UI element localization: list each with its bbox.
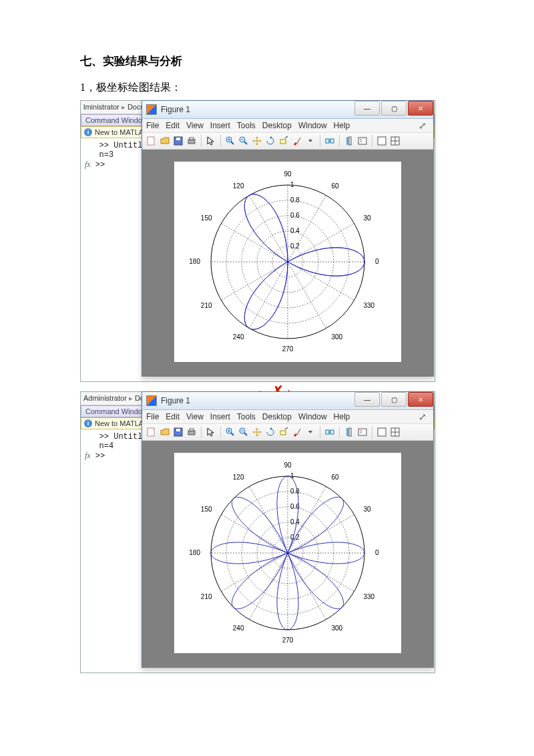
new-subplot-icon[interactable] bbox=[376, 427, 387, 437]
pointer-icon[interactable] bbox=[206, 136, 216, 146]
svg-text:150: 150 bbox=[201, 214, 212, 222]
separator bbox=[320, 426, 320, 438]
save-icon[interactable] bbox=[173, 427, 184, 437]
insert-colorbar-icon[interactable] bbox=[344, 136, 354, 146]
svg-text:0: 0 bbox=[375, 258, 379, 265]
menubar: FileEditViewInsertToolsDesktopWindowHelp… bbox=[142, 410, 433, 424]
zoom-in-icon[interactable] bbox=[225, 427, 236, 437]
menu-file[interactable]: File bbox=[146, 412, 159, 421]
info-icon: i bbox=[84, 128, 92, 136]
zoom-in-icon[interactable] bbox=[225, 136, 236, 146]
close-button[interactable]: ✕ bbox=[408, 392, 433, 407]
svg-text:0.2: 0.2 bbox=[290, 242, 300, 250]
close-button[interactable]: ✕ bbox=[408, 101, 433, 116]
zoom-out-icon[interactable] bbox=[238, 427, 249, 437]
svg-text:60: 60 bbox=[332, 474, 340, 481]
titlebar[interactable]: Figure 1 — ▢ ✕ bbox=[142, 392, 433, 410]
separator bbox=[201, 135, 202, 147]
matlab-icon bbox=[146, 395, 157, 406]
rotate-icon[interactable] bbox=[265, 136, 276, 146]
menu-insert[interactable]: Insert bbox=[210, 121, 230, 130]
menu-tools[interactable]: Tools bbox=[237, 412, 256, 421]
maximize-button[interactable]: ▢ bbox=[381, 101, 407, 116]
datacursor-icon[interactable] bbox=[278, 136, 289, 146]
menu-desktop[interactable]: Desktop bbox=[262, 412, 292, 421]
dock-icon[interactable]: ⤢ bbox=[419, 411, 429, 422]
insert-legend-icon[interactable] bbox=[357, 136, 368, 146]
minimize-button[interactable]: — bbox=[354, 392, 380, 407]
plot-area: 03060901201501802102402703003300.20.40.6… bbox=[142, 441, 433, 668]
svg-text:330: 330 bbox=[363, 302, 374, 309]
section-heading: 七、实验结果与分析 bbox=[80, 53, 454, 69]
fx-icon: fx bbox=[85, 160, 91, 169]
insert-colorbar-icon[interactable] bbox=[344, 427, 354, 437]
dock-icon[interactable]: ⤢ bbox=[419, 120, 429, 131]
separator bbox=[220, 135, 221, 147]
document-page: 七、实验结果与分析 1，极坐标绘图结果： lministrator ▸ Docu… bbox=[0, 0, 534, 712]
svg-rect-64 bbox=[188, 431, 195, 435]
print-icon[interactable] bbox=[186, 136, 197, 146]
new-subplot-icon[interactable] bbox=[376, 136, 387, 146]
maximize-button[interactable]: ▢ bbox=[381, 392, 407, 407]
menu-edit[interactable]: Edit bbox=[166, 412, 180, 421]
svg-rect-20 bbox=[358, 138, 366, 144]
svg-rect-2 bbox=[176, 138, 180, 140]
polar-axes: 03060901201501802102402703003300.20.40.6… bbox=[174, 162, 401, 362]
open-icon[interactable] bbox=[160, 427, 170, 437]
brush-icon[interactable] bbox=[292, 136, 302, 146]
section-sub: 1，极坐标绘图结果： bbox=[80, 81, 454, 95]
menu-edit[interactable]: Edit bbox=[166, 121, 180, 130]
new-icon[interactable] bbox=[146, 427, 157, 437]
insert-legend-icon[interactable] bbox=[357, 427, 368, 437]
grid-subplot-icon[interactable] bbox=[390, 427, 400, 437]
svg-rect-3 bbox=[188, 140, 195, 144]
menu-help[interactable]: Help bbox=[334, 412, 350, 421]
open-icon[interactable] bbox=[160, 136, 170, 146]
svg-line-13 bbox=[285, 136, 288, 138]
svg-text:270: 270 bbox=[282, 636, 294, 644]
svg-line-67 bbox=[231, 433, 234, 435]
pointer-icon[interactable] bbox=[206, 427, 216, 437]
svg-rect-19 bbox=[349, 137, 351, 145]
pan-icon[interactable] bbox=[252, 136, 262, 146]
svg-line-37 bbox=[221, 224, 288, 262]
menu-view[interactable]: View bbox=[186, 412, 204, 421]
brush-icon[interactable] bbox=[292, 427, 302, 437]
minimize-button[interactable]: — bbox=[354, 101, 380, 116]
menu-window[interactable]: Window bbox=[298, 412, 327, 421]
rotate-icon[interactable] bbox=[265, 427, 276, 437]
breadcrumb-part[interactable]: Administrator bbox=[83, 394, 127, 402]
svg-text:90: 90 bbox=[284, 170, 292, 178]
svg-text:270: 270 bbox=[282, 345, 294, 353]
menu-window[interactable]: Window bbox=[298, 121, 327, 130]
svg-line-74 bbox=[285, 427, 288, 429]
breadcrumb-part[interactable]: lministrator bbox=[83, 103, 119, 111]
dropdown-icon[interactable] bbox=[305, 427, 316, 437]
pan-icon[interactable] bbox=[252, 427, 262, 437]
menu-help[interactable]: Help bbox=[334, 121, 350, 130]
svg-text:120: 120 bbox=[233, 474, 244, 481]
zoom-out-icon[interactable] bbox=[238, 136, 249, 146]
svg-line-6 bbox=[231, 142, 234, 144]
separator bbox=[201, 426, 202, 438]
titlebar[interactable]: Figure 1 — ▢ ✕ bbox=[142, 101, 433, 119]
menu-insert[interactable]: Insert bbox=[210, 412, 230, 421]
link-icon[interactable] bbox=[324, 136, 335, 146]
print-icon[interactable] bbox=[186, 427, 197, 437]
svg-line-36 bbox=[250, 195, 288, 262]
polar-axes: 03060901201501802102402703003300.20.40.6… bbox=[174, 453, 401, 653]
toolbar bbox=[142, 133, 433, 150]
save-icon[interactable] bbox=[173, 136, 184, 146]
svg-rect-12 bbox=[280, 140, 286, 144]
svg-line-42 bbox=[288, 262, 326, 329]
dropdown-icon[interactable] bbox=[305, 136, 316, 146]
grid-subplot-icon[interactable] bbox=[390, 136, 400, 146]
menu-view[interactable]: View bbox=[186, 121, 204, 130]
svg-text:300: 300 bbox=[332, 333, 343, 341]
datacursor-icon[interactable] bbox=[278, 427, 289, 437]
link-icon[interactable] bbox=[324, 427, 335, 437]
menu-file[interactable]: File bbox=[146, 121, 159, 130]
menu-desktop[interactable]: Desktop bbox=[262, 121, 292, 130]
menu-tools[interactable]: Tools bbox=[237, 121, 256, 130]
new-icon[interactable] bbox=[146, 136, 157, 146]
